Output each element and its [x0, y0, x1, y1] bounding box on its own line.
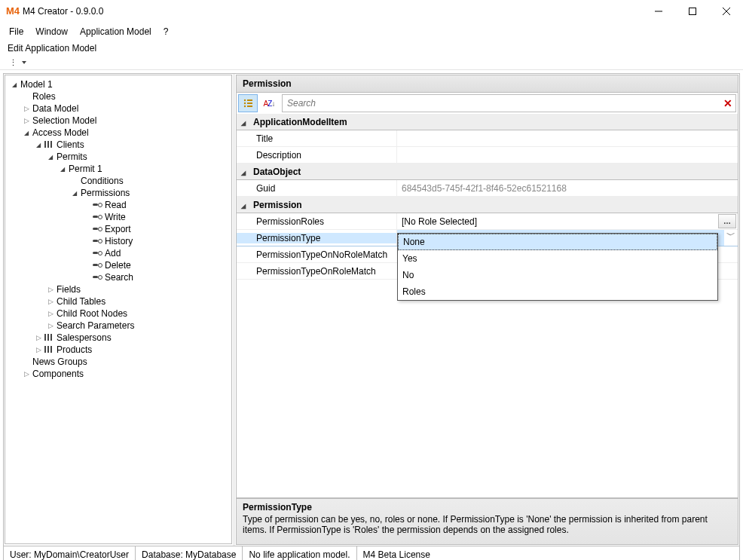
properties-header: Permission: [236, 75, 738, 93]
status-database: Database: MyDatabase: [136, 546, 243, 560]
svg-point-5: [244, 99, 246, 101]
tree-item-permit-1[interactable]: Permit 1: [5, 163, 231, 175]
properties-toolbar: AZ↓ ✕: [236, 93, 738, 114]
properties-search[interactable]: ✕: [282, 94, 736, 112]
table-icon: [43, 332, 55, 344]
tree-item-read[interactable]: Read: [5, 199, 231, 211]
tree-item-fields[interactable]: Fields: [5, 283, 231, 295]
key-icon: [91, 235, 103, 247]
key-icon: [91, 259, 103, 271]
maximize-button[interactable]: [675, 1, 709, 23]
model-tree-pane: Model 1 Roles Data Model Selection Model…: [4, 74, 235, 546]
property-description-panel: PermissionType Type of permission can be…: [236, 498, 738, 545]
document-tab-strip: Edit Application Model: [0, 41, 743, 56]
title-bar: M4 M4 Creator - 0.9.0.0: [0, 0, 743, 23]
status-license: M4 Beta License: [357, 546, 436, 560]
toolbar-grip-icon: [9, 57, 17, 68]
tree-item-conditions[interactable]: Conditions: [5, 175, 231, 187]
tree-item-permissions[interactable]: Permissions: [5, 187, 231, 199]
minimize-button[interactable]: [641, 1, 675, 23]
categorized-view-button[interactable]: [238, 94, 258, 112]
tree-item-delete[interactable]: Delete: [5, 259, 231, 271]
key-icon: [91, 223, 103, 235]
tree-item-add[interactable]: Add: [5, 247, 231, 259]
key-icon: [91, 271, 103, 283]
alphabetical-view-button[interactable]: AZ↓: [259, 94, 279, 112]
svg-point-9: [244, 106, 246, 107]
tree-item-permits[interactable]: Permits: [5, 151, 231, 163]
prop-title[interactable]: Title: [237, 130, 738, 147]
prop-description[interactable]: Description: [237, 147, 738, 164]
menu-file[interactable]: File: [3, 25, 29, 38]
dropdown-toggle-icon[interactable]: [724, 231, 738, 244]
key-icon: [91, 211, 103, 223]
tree-item-selection-model[interactable]: Selection Model: [5, 115, 231, 127]
dropdown-option-roles[interactable]: Roles: [398, 283, 717, 300]
tab-edit-application-model[interactable]: Edit Application Model: [8, 43, 96, 54]
status-bar: User: MyDomain\CreatorUser Database: MyD…: [3, 546, 740, 560]
status-life: No life application model.: [243, 546, 356, 560]
dropdown-option-none[interactable]: None: [398, 234, 717, 250]
tree-item-salespersons[interactable]: Salespersons: [5, 332, 231, 344]
key-icon: [91, 247, 103, 259]
tree-item-search-parameters[interactable]: Search Parameters: [5, 320, 231, 332]
table-icon: [43, 344, 55, 356]
tree-item-roles[interactable]: Roles: [5, 90, 231, 103]
properties-pane: Permission AZ↓ ✕ ApplicationModelItem Ti…: [235, 74, 739, 546]
tree-item-export[interactable]: Export: [5, 223, 231, 235]
tree-item-history[interactable]: History: [5, 235, 231, 247]
svg-rect-8: [247, 103, 252, 104]
svg-rect-10: [247, 106, 252, 107]
key-icon: [91, 199, 103, 211]
window-title: M4 Creator - 0.9.0.0: [23, 6, 641, 17]
menu-help[interactable]: ?: [157, 25, 175, 38]
tree-item-model[interactable]: Model 1: [5, 78, 231, 90]
prop-permission-roles[interactable]: PermissionRoles [No Role Selected] …: [237, 213, 738, 230]
ellipsis-button[interactable]: …: [718, 214, 736, 228]
close-button[interactable]: [709, 1, 743, 23]
menu-application-model[interactable]: Application Model: [74, 25, 157, 38]
main-split: Model 1 Roles Data Model Selection Model…: [3, 73, 740, 546]
permission-type-dropdown: None Yes No Roles: [397, 233, 718, 301]
svg-point-7: [244, 103, 246, 104]
tree-item-access-model[interactable]: Access Model: [5, 127, 231, 139]
tree-item-clients[interactable]: Clients: [5, 139, 231, 151]
prop-guid[interactable]: Guid684543d5-745f-42f1-8f46-52ec61521168: [237, 180, 738, 197]
tree-item-news-groups[interactable]: News Groups: [5, 356, 231, 368]
tree-item-search-permission[interactable]: Search: [5, 271, 231, 283]
tree-item-data-model[interactable]: Data Model: [5, 103, 231, 115]
menu-window[interactable]: Window: [29, 25, 74, 38]
mini-toolbar: [0, 56, 743, 70]
tree-item-components[interactable]: Components: [5, 368, 231, 380]
tree-item-write[interactable]: Write: [5, 211, 231, 223]
property-grid: ApplicationModelItem Title Description D…: [236, 114, 738, 498]
table-icon: [43, 139, 55, 151]
category-applicationmodelitem[interactable]: ApplicationModelItem: [237, 114, 738, 130]
svg-rect-1: [689, 8, 696, 15]
dropdown-option-no[interactable]: No: [398, 267, 717, 283]
svg-rect-6: [247, 99, 252, 101]
category-dataobject[interactable]: DataObject: [237, 164, 738, 180]
dropdown-option-yes[interactable]: Yes: [398, 250, 717, 267]
status-user: User: MyDomain\CreatorUser: [4, 546, 136, 560]
properties-search-input[interactable]: [286, 97, 732, 109]
app-icon: M4: [6, 5, 18, 17]
clear-search-icon[interactable]: ✕: [723, 97, 732, 109]
tree-item-products[interactable]: Products: [5, 344, 231, 356]
tree-item-child-tables[interactable]: Child Tables: [5, 295, 231, 308]
property-description-name: PermissionType: [243, 502, 732, 513]
toolbar-dropdown-icon[interactable]: [22, 61, 26, 64]
menu-bar: File Window Application Model ?: [0, 23, 743, 41]
property-description-text: Type of permission can be yes, no, roles…: [243, 514, 732, 535]
category-permission[interactable]: Permission: [237, 197, 738, 213]
tree-item-child-root-nodes[interactable]: Child Root Nodes: [5, 308, 231, 320]
